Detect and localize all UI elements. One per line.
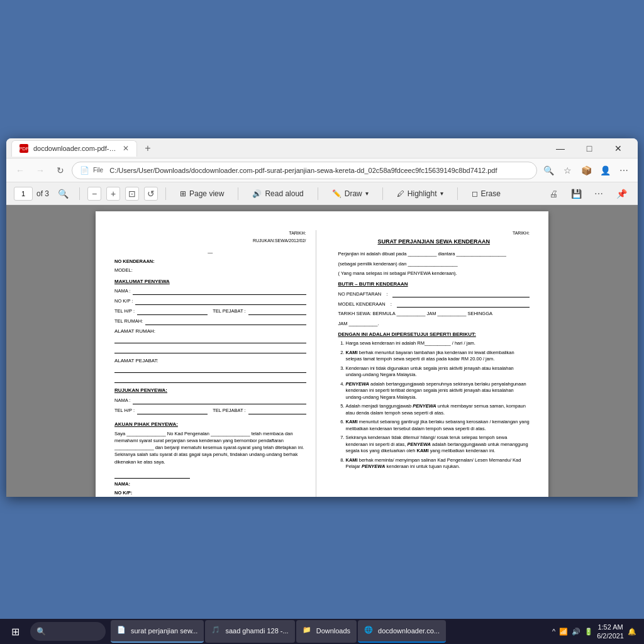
pdf-erase-button[interactable]: ◻ Erase [465, 186, 507, 202]
taskbar-right: ^ 📶 🔊 🔋 1:52 AM 6/2/2021 🔔 [552, 623, 641, 641]
no-kp2-label: NO K/P: [114, 490, 132, 497]
battery-icon[interactable]: 🔋 [584, 628, 593, 636]
pdf-page-total: of 3 [36, 189, 49, 198]
start-button[interactable]: ⊞ [3, 619, 28, 644]
pdf-fit-page-button[interactable]: ⊡ [125, 187, 139, 201]
page-view-icon: ⊞ [180, 189, 186, 198]
signature-line [114, 478, 190, 479]
taskbar-icon-1: 🎵 [211, 626, 221, 636]
pdf-zoom-in-button[interactable]: + [106, 187, 120, 201]
doc-right-column: TARIKH: SURAT PERJANJIAN SEWA KENDERAAN … [329, 230, 530, 497]
tel-rumah-label: TEL RUMAH: [114, 318, 143, 325]
title-bar: PDF docdownloader.com-pdf-surat-... ✕ + … [6, 138, 638, 158]
doc-tel-hp2: TEL H/P : [114, 407, 208, 414]
pdf-toolbar: of 3 🔍 − + ⊡ ↺ ⊞ Page view 🔊 Read aloud … [6, 182, 638, 205]
browser-tab[interactable]: PDF docdownloader.com-pdf-surat-... ✕ [11, 140, 137, 157]
clause-2-text: KAMI berhak menuntut bayaran tambahan ji… [346, 350, 514, 362]
doc-model-kenderaan: MODEL KENDERAAN : [338, 300, 530, 308]
date-display: 6/2/2021 [597, 631, 624, 640]
favorites-icon[interactable]: ☆ [558, 162, 576, 179]
taskbar-label-0: surat perjanjian sew... [131, 627, 197, 635]
new-tab-button[interactable]: + [140, 140, 156, 157]
model-kenderaan-line [397, 300, 530, 308]
pdf-rotate-button[interactable]: ↺ [144, 187, 158, 201]
erase-label: Erase [481, 189, 501, 198]
collections-icon[interactable]: 📦 [577, 162, 595, 179]
model-label: MODEL: [114, 267, 133, 274]
tel-rumah-line [145, 318, 306, 325]
pdf-page: TARIKH: RUJUKAN:SEWA/2012/02/ — NO KENDE… [96, 211, 548, 497]
doc-tel-rumah: TEL RUMAH: [114, 318, 306, 325]
taskbar-search[interactable]: 🔍 [30, 622, 106, 641]
forward-button[interactable]: → [31, 162, 49, 179]
tel-hp-label: TEL H/P : [114, 308, 135, 315]
pdf-pin-button[interactable]: 📌 [613, 185, 630, 203]
akuan-text: Saya _______________ No Kad Pengenalan _… [114, 430, 306, 465]
address-text: C:/Users/User/Downloads/docdownloader.co… [109, 167, 529, 174]
clauses-list: Harga sewa kenderaan ini adalah RM______… [338, 340, 530, 470]
taskbar: ⊞ 🔍 📄 surat perjanjian sew... 🎵 saad gha… [0, 619, 644, 644]
pdf-read-aloud-button[interactable]: 🔊 Read aloud [246, 186, 309, 202]
back-button[interactable]: ← [11, 162, 29, 179]
divider-3 [238, 187, 238, 200]
doc-nama2: NAMA : [114, 397, 306, 404]
clause-6-text: KAMI menuntut sebarang gantirugi jika be… [346, 419, 530, 431]
pdf-print-button[interactable]: 🖨 [545, 185, 562, 203]
clause-7: Sekiranya kenderaan tidak ditemui/ hilan… [346, 435, 530, 455]
clause-4-text: PENYEWA adalah bertanggungjawab sepenuhn… [346, 381, 526, 400]
read-aloud-icon: 🔊 [252, 189, 262, 198]
clause-5-text: Adalah menjadi tanggungjawab PENYEWA unt… [346, 403, 526, 416]
pdf-save-button[interactable]: 💾 [567, 185, 585, 203]
draw-label: Draw [345, 189, 362, 198]
nama3-label: NAMA: [114, 481, 130, 488]
taskbar-items: 📄 surat perjanjian sew... 🎵 saad ghamdi … [111, 620, 552, 643]
doc-alamat-rumah-label: ALAMAT RUMAH: [114, 328, 306, 335]
network-icon[interactable]: 📶 [559, 628, 568, 636]
taskbar-label-3: docdownloader.co... [378, 627, 440, 635]
doc-nama3: NAMA: [114, 481, 306, 488]
pdf-page-input[interactable] [14, 187, 33, 201]
alamat-pejabat-line1 [114, 365, 306, 373]
butir-title: BUTIR – BUTIR KENDERAAN [338, 280, 530, 287]
refresh-button[interactable]: ↻ [52, 162, 69, 179]
doc-left-column: TARIKH: RUJUKAN:SEWA/2012/02/ — NO KENDE… [114, 230, 316, 497]
browser-window: PDF docdownloader.com-pdf-surat-... ✕ + … [6, 138, 638, 497]
close-button[interactable]: ✕ [604, 138, 633, 158]
pdf-zoom-out-button[interactable]: − [87, 187, 101, 201]
doc-tel-pejabat: TEL PEJABAT : [213, 308, 306, 315]
clause-3: Kenderaan ini tidak digunakan untuk sega… [346, 365, 530, 379]
taskbar-icon-2: 📁 [303, 626, 313, 636]
nav-bar: ← → ↻ 📄 File C:/Users/User/Downloads/doc… [6, 158, 638, 182]
search-icon[interactable]: 🔍 [540, 162, 557, 179]
taskbar-item-2[interactable]: 📁 Downloads [296, 620, 357, 643]
draw-icon: ✏️ [332, 189, 341, 198]
pdf-search-button[interactable]: 🔍 [54, 185, 72, 203]
pdf-highlight-button[interactable]: 🖊 Highlight ▾ [391, 186, 450, 202]
alamat-rumah-line1 [114, 336, 306, 343]
clause-6: KAMI menuntut sebarang gantirugi jika be… [346, 419, 530, 432]
pdf-more-button[interactable]: ⋯ [590, 185, 608, 203]
profile-icon[interactable]: 👤 [596, 162, 614, 179]
minimize-button[interactable]: — [546, 138, 575, 158]
more-button[interactable]: ⋯ [615, 162, 633, 179]
pdf-page-nav: of 3 [14, 187, 49, 201]
address-bar[interactable]: 📄 File C:/Users/User/Downloads/docdownlo… [72, 162, 537, 179]
volume-icon[interactable]: 🔊 [572, 628, 580, 636]
taskbar-item-0[interactable]: 📄 surat perjanjian sew... [111, 620, 204, 643]
divider-5 [382, 187, 383, 200]
maximize-button[interactable]: □ [575, 138, 604, 158]
notification-icon[interactable]: 🔔 [628, 628, 636, 636]
chevron-icon[interactable]: ^ [552, 628, 555, 635]
nama2-label: NAMA : [114, 397, 130, 404]
draw-dropdown-icon: ▾ [365, 190, 369, 197]
taskbar-time[interactable]: 1:52 AM 6/2/2021 [597, 623, 624, 641]
divider-6 [457, 187, 458, 200]
tab-close-button[interactable]: ✕ [123, 144, 129, 153]
tel-pejabat2-label: TEL PEJABAT : [213, 408, 245, 414]
address-file-label: File [93, 167, 103, 174]
taskbar-item-3[interactable]: 🌐 docdownloader.co... [358, 620, 446, 643]
pdf-draw-button[interactable]: ✏️ Draw ▾ [326, 186, 375, 202]
taskbar-icon-3: 🌐 [364, 626, 374, 636]
taskbar-item-1[interactable]: 🎵 saad ghamdi 128 -... [205, 620, 294, 643]
pdf-page-view-button[interactable]: ⊞ Page view [174, 186, 230, 202]
